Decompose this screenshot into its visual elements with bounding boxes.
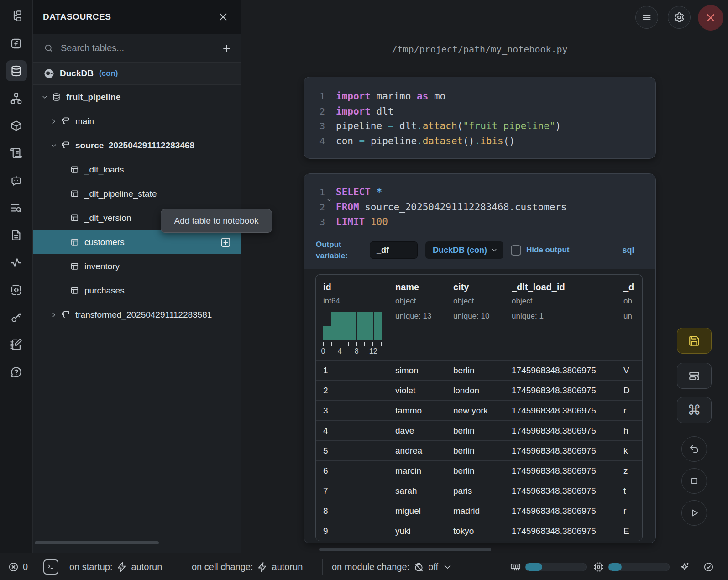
engine-name: DuckDB bbox=[60, 68, 94, 78]
error-count: 0 bbox=[23, 562, 28, 572]
column-header-city[interactable]: cityobjectunique: 10 bbox=[453, 282, 512, 355]
tree-item-customers[interactable]: customers bbox=[33, 230, 241, 254]
save-icon bbox=[688, 335, 700, 347]
connection-status[interactable] bbox=[703, 553, 714, 580]
menu-button[interactable] bbox=[635, 6, 658, 29]
terminal-button[interactable] bbox=[43, 553, 58, 580]
table-row[interactable]: 9yukitokyo1745968348.3806975E bbox=[316, 521, 642, 541]
shutdown-button[interactable] bbox=[698, 5, 723, 31]
code-line[interactable]: 3LIMIT 100 bbox=[304, 216, 655, 231]
search-input[interactable]: Search tables... bbox=[33, 34, 213, 62]
table-cell: simon bbox=[395, 366, 453, 376]
on-cell-change-setting[interactable]: on cell change:autorun bbox=[192, 553, 303, 580]
rail-scroll-button[interactable] bbox=[6, 142, 27, 163]
rail-key-button[interactable] bbox=[6, 307, 27, 328]
tree-item-_dlt_pipeline_state[interactable]: _dlt_pipeline_state bbox=[33, 182, 241, 206]
table-row[interactable]: 5andreaberlin1745968348.3806975k bbox=[316, 440, 642, 460]
chevron-down-icon[interactable] bbox=[50, 142, 58, 149]
engine-select[interactable]: DuckDB (con) bbox=[425, 241, 503, 259]
rail-box-button[interactable] bbox=[6, 115, 27, 136]
table-cell: 7 bbox=[316, 486, 395, 496]
column-header-_dlt_load_id[interactable]: _dlt_load_idobjectunique: 1 bbox=[512, 282, 623, 355]
rail-list-search-button[interactable] bbox=[6, 197, 27, 218]
tree-item-main[interactable]: main bbox=[33, 109, 241, 133]
dataframe-preview-table[interactable]: idint64 04812 nameobjectunique: 13cityob… bbox=[315, 274, 643, 541]
tree-item-source_202504291112283468[interactable]: source_202504291112283468 bbox=[33, 133, 241, 157]
on-startup-setting[interactable]: on startup:autorun bbox=[69, 553, 162, 580]
sql-editor[interactable]: 1SELECT *2FROM source_202504291112283468… bbox=[304, 174, 655, 234]
add-table-to-notebook-button[interactable] bbox=[220, 236, 231, 248]
undo-button[interactable] bbox=[681, 436, 707, 462]
run-button[interactable] bbox=[681, 500, 707, 526]
table-row[interactable]: 4daveberlin1745968348.3806975h bbox=[316, 420, 642, 440]
ai-assistant-button[interactable] bbox=[680, 553, 690, 580]
chevron-right-icon[interactable] bbox=[50, 118, 58, 125]
rail-code-square-button[interactable] bbox=[6, 279, 27, 300]
rail-help-chat-button[interactable] bbox=[6, 361, 27, 382]
table-row[interactable]: 2violetlondon1745968348.3806975D bbox=[316, 380, 642, 400]
code-line[interactable]: 2import dlt bbox=[304, 106, 655, 121]
rail-database-button[interactable] bbox=[6, 60, 27, 81]
rail-network-button[interactable] bbox=[6, 88, 27, 109]
engine-row[interactable]: DuckDB (con) bbox=[33, 63, 241, 85]
error-indicator[interactable]: 0 bbox=[8, 553, 28, 580]
rail-file-text-button[interactable] bbox=[6, 225, 27, 246]
add-datasource-button[interactable] bbox=[213, 34, 241, 62]
code-line[interactable]: 3pipeline = dlt.attach("fruit_pipeline") bbox=[304, 120, 655, 136]
tree-item-label: customers bbox=[84, 237, 125, 247]
hide-output-checkbox[interactable] bbox=[511, 245, 521, 256]
column-header-_d[interactable]: _dobun bbox=[623, 282, 643, 355]
code-line[interactable]: 4con = pipeline.dataset().ibis() bbox=[304, 136, 655, 151]
chevron-down-icon[interactable] bbox=[41, 94, 48, 101]
fold-chevron-icon[interactable] bbox=[326, 197, 332, 203]
tree-item-transformed_202504291112283581[interactable]: transformed_202504291112283581 bbox=[33, 303, 241, 327]
stop-button[interactable] bbox=[681, 468, 707, 494]
rail-activity-button[interactable] bbox=[6, 252, 27, 273]
tree-item-purchases[interactable]: purchases bbox=[33, 278, 241, 303]
table-row[interactable]: 1simonberlin1745968348.3806975V bbox=[316, 360, 642, 380]
datasource-tree: fruit_pipelinemainsource_202504291112283… bbox=[33, 85, 241, 327]
rail-bot-chat-button[interactable] bbox=[6, 170, 27, 191]
table-cell: 4 bbox=[316, 426, 395, 436]
tree-item-fruit_pipeline[interactable]: fruit_pipeline bbox=[33, 85, 241, 109]
cpu-icon bbox=[593, 562, 604, 572]
column-header-id[interactable]: idint64 04812 bbox=[316, 282, 395, 355]
table-row[interactable]: 7sarahparis1745968348.3806975t bbox=[316, 481, 642, 501]
sidebar-horizontal-scrollbar[interactable] bbox=[35, 541, 159, 544]
code-line[interactable]: 2FROM source_202504291112283468.customer… bbox=[304, 202, 655, 217]
settings-button[interactable] bbox=[668, 6, 691, 29]
on-module-change-setting[interactable]: on module change:off bbox=[332, 553, 450, 580]
terminal-icon bbox=[43, 559, 58, 575]
column-header-name[interactable]: nameobjectunique: 13 bbox=[395, 282, 453, 355]
table-cell: V bbox=[623, 366, 643, 376]
table-cell: sarah bbox=[395, 486, 453, 496]
command-palette-button[interactable]: ⌘ bbox=[677, 397, 712, 423]
check-circle-icon bbox=[703, 562, 714, 572]
table-cell: yuki bbox=[395, 526, 453, 536]
rail-function-square-button[interactable] bbox=[6, 33, 27, 54]
rail-notebook-pen-button[interactable] bbox=[6, 334, 27, 355]
layout-button[interactable] bbox=[677, 363, 712, 389]
code-line[interactable]: 1SELECT * bbox=[304, 187, 655, 202]
table-row[interactable]: 3tammonew york1745968348.3806975r bbox=[316, 400, 642, 420]
table-cell: 6 bbox=[316, 466, 395, 476]
tree-item-inventory[interactable]: inventory bbox=[33, 254, 241, 278]
table-row[interactable]: 6marcinberlin1745968348.3806975z bbox=[316, 460, 642, 481]
output-variable-input[interactable]: _df bbox=[370, 241, 418, 259]
rail-file-tree-button[interactable] bbox=[6, 5, 27, 26]
chevron-right-icon[interactable] bbox=[50, 311, 58, 319]
language-badge: sql bbox=[622, 246, 634, 255]
engine-connection: (con) bbox=[99, 69, 118, 78]
close-panel-icon[interactable] bbox=[218, 11, 229, 22]
code-cell-python[interactable]: 1import marimo as mo2import dlt3pipeline… bbox=[304, 77, 656, 159]
main-horizontal-scrollbar[interactable] bbox=[319, 548, 491, 551]
code-line[interactable]: 1import marimo as mo bbox=[304, 91, 655, 106]
code-cell-sql[interactable]: 1SELECT *2FROM source_202504291112283468… bbox=[304, 173, 656, 543]
save-button[interactable] bbox=[677, 328, 712, 354]
table-cell: violet bbox=[395, 386, 453, 396]
table-row[interactable]: 8miguelmadrid1745968348.3806975r bbox=[316, 501, 642, 521]
table-icon bbox=[70, 165, 79, 174]
duckdb-logo-icon bbox=[44, 68, 54, 79]
tree-item-_dlt_loads[interactable]: _dlt_loads bbox=[33, 157, 241, 182]
layout-panel-icon bbox=[688, 370, 700, 382]
